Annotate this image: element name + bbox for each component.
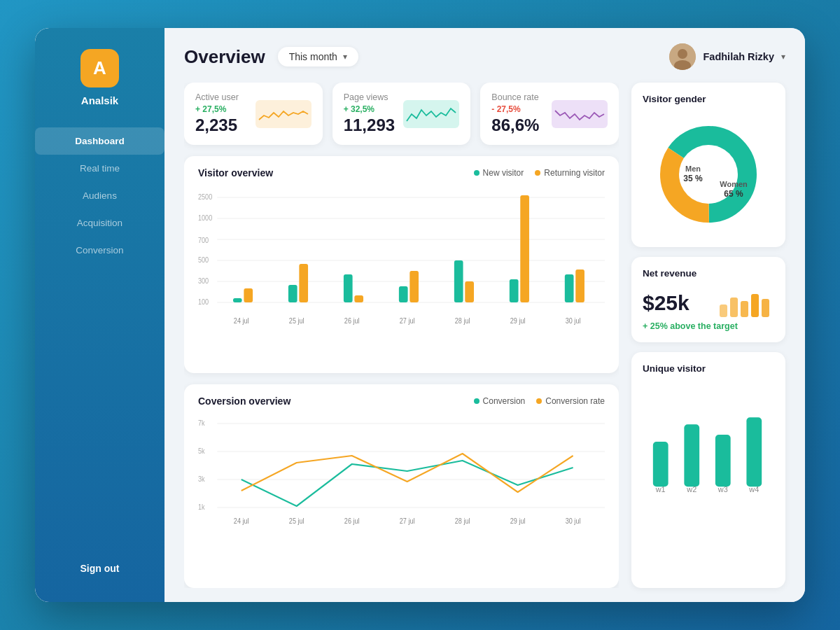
net-revenue-card: Net revenue $25k + 25% above the target bbox=[631, 257, 785, 342]
sidebar-item-realtime[interactable]: Real time bbox=[35, 155, 164, 182]
svg-text:27 jul: 27 jul bbox=[400, 317, 415, 326]
sidebar-item-conversion[interactable]: Conversion bbox=[35, 237, 164, 264]
svg-text:30 jul: 30 jul bbox=[566, 517, 581, 526]
sparkline-chart bbox=[403, 100, 459, 128]
unique-visitor-chart: w1 w2 w3 w4 bbox=[643, 382, 774, 494]
svg-text:7k: 7k bbox=[198, 419, 205, 428]
visitor-overview-chart: Visitor overview New visitor Returning v… bbox=[184, 156, 619, 373]
conversion-rate-dot bbox=[536, 398, 542, 404]
svg-text:w3: w3 bbox=[718, 485, 728, 493]
svg-rect-62 bbox=[730, 298, 738, 317]
stat-left: Page views + 32,5% 11,293 bbox=[344, 92, 395, 135]
chart-title: Visitor overview bbox=[198, 167, 273, 178]
svg-text:26 jul: 26 jul bbox=[344, 317, 360, 326]
svg-text:35 %: 35 % bbox=[683, 174, 703, 183]
revenue-amount: $25k bbox=[643, 291, 690, 315]
svg-text:w4: w4 bbox=[748, 485, 759, 493]
page-title: Overview bbox=[184, 46, 265, 68]
chevron-down-icon: ▾ bbox=[343, 52, 347, 62]
legend-new-visitor: New visitor bbox=[474, 168, 524, 178]
returning-visitor-dot bbox=[535, 170, 540, 176]
svg-text:25 jul: 25 jul bbox=[289, 317, 304, 326]
visitor-gender-card: Visitor gender bbox=[631, 83, 785, 247]
net-revenue-title: Net revenue bbox=[643, 268, 774, 279]
chart-legend: Conversion Conversion rate bbox=[474, 396, 605, 406]
legend-label: Returning visitor bbox=[544, 168, 605, 178]
svg-text:3k: 3k bbox=[198, 475, 205, 484]
legend-conversion-rate: Conversion rate bbox=[536, 396, 605, 406]
sign-out-button[interactable]: Sign out bbox=[74, 556, 127, 581]
stat-label: Page views bbox=[344, 92, 395, 102]
sparkline-chart bbox=[552, 100, 608, 128]
svg-rect-63 bbox=[741, 301, 748, 317]
line-chart-svg: 7k 5k 3k 1k 24 jul bbox=[198, 415, 605, 527]
svg-text:28 jul: 28 jul bbox=[455, 317, 470, 326]
legend-conversion: Conversion bbox=[474, 396, 526, 406]
svg-text:2500: 2500 bbox=[198, 193, 212, 202]
donut-chart: Men 35 % Women 65 % bbox=[652, 118, 764, 230]
period-label: This month bbox=[289, 51, 337, 62]
sidebar-item-audiens[interactable]: Audiens bbox=[35, 182, 164, 209]
stat-change: + 27,5% bbox=[195, 104, 239, 114]
svg-rect-36 bbox=[565, 274, 574, 302]
app-logo: A bbox=[80, 49, 119, 88]
svg-rect-31 bbox=[465, 281, 474, 302]
svg-text:28 jul: 28 jul bbox=[455, 517, 470, 526]
svg-text:65 %: 65 % bbox=[724, 189, 743, 199]
svg-rect-24 bbox=[344, 274, 353, 302]
stat-label: Active user bbox=[195, 92, 239, 102]
svg-rect-68 bbox=[684, 424, 699, 486]
user-name: Fadhilah Rizky bbox=[703, 51, 774, 62]
chart-legend: New visitor Returning visitor bbox=[474, 168, 605, 178]
svg-rect-21 bbox=[288, 285, 298, 302]
unique-visitor-title: Unique visitor bbox=[643, 363, 774, 374]
svg-text:500: 500 bbox=[198, 256, 209, 265]
svg-text:27 jul: 27 jul bbox=[400, 517, 415, 526]
chart-title: Coversion overview bbox=[198, 396, 290, 407]
sidebar: A Analsik Dashboard Real time Audiens Ac… bbox=[35, 28, 164, 602]
svg-rect-3 bbox=[255, 100, 312, 128]
svg-rect-34 bbox=[520, 195, 529, 302]
header: Overview This month ▾ Fadhilah Rizky ▾ bbox=[164, 28, 805, 77]
svg-text:5k: 5k bbox=[198, 447, 205, 456]
stat-change: - 27,5% bbox=[491, 104, 539, 114]
svg-rect-37 bbox=[575, 270, 584, 302]
revenue-change: + 25% above the target bbox=[643, 321, 774, 331]
svg-text:Women: Women bbox=[720, 180, 748, 188]
header-left: Overview This month ▾ bbox=[184, 46, 358, 68]
svg-text:25 jul: 25 jul bbox=[289, 517, 304, 526]
sidebar-item-acquisition[interactable]: Acquisition bbox=[35, 209, 164, 237]
chart-header: Visitor overview New visitor Returning v… bbox=[198, 167, 605, 178]
svg-rect-22 bbox=[299, 264, 308, 302]
svg-rect-61 bbox=[720, 304, 727, 317]
sidebar-item-dashboard[interactable]: Dashboard bbox=[35, 127, 164, 155]
stat-card-page-views: Page views + 32,5% 11,293 bbox=[332, 83, 471, 145]
user-menu-chevron-icon[interactable]: ▾ bbox=[781, 52, 785, 62]
svg-text:30 jul: 30 jul bbox=[566, 317, 581, 326]
stat-change: + 32,5% bbox=[344, 104, 395, 114]
stat-left: Bounce rate - 27,5% 86,6% bbox=[491, 92, 539, 135]
svg-text:26 jul: 26 jul bbox=[344, 517, 360, 526]
conversion-dot bbox=[474, 398, 479, 404]
svg-rect-5 bbox=[552, 100, 608, 128]
avatar bbox=[669, 43, 696, 70]
stat-card-bounce-rate: Bounce rate - 27,5% 86,6% bbox=[480, 83, 619, 145]
svg-text:1000: 1000 bbox=[198, 214, 212, 223]
period-selector[interactable]: This month ▾ bbox=[278, 47, 358, 66]
svg-rect-28 bbox=[410, 271, 419, 302]
revenue-bar-chart bbox=[718, 287, 774, 318]
svg-text:Men: Men bbox=[685, 164, 701, 173]
svg-text:29 jul: 29 jul bbox=[510, 317, 526, 326]
svg-text:24 jul: 24 jul bbox=[234, 317, 249, 326]
legend-returning-visitor: Returning visitor bbox=[535, 168, 605, 178]
sparkline-chart bbox=[255, 100, 312, 128]
svg-text:w1: w1 bbox=[655, 485, 666, 493]
content-area: Active user + 27,5% 2,235 Page views bbox=[164, 77, 805, 602]
main-content: Overview This month ▾ Fadhilah Rizky ▾ bbox=[164, 28, 805, 602]
stat-cards: Active user + 27,5% 2,235 Page views bbox=[184, 83, 619, 145]
header-right: Fadhilah Rizky ▾ bbox=[669, 43, 785, 70]
svg-text:700: 700 bbox=[198, 237, 209, 245]
svg-rect-72 bbox=[746, 417, 762, 486]
svg-rect-30 bbox=[454, 260, 463, 302]
svg-rect-70 bbox=[715, 435, 731, 486]
